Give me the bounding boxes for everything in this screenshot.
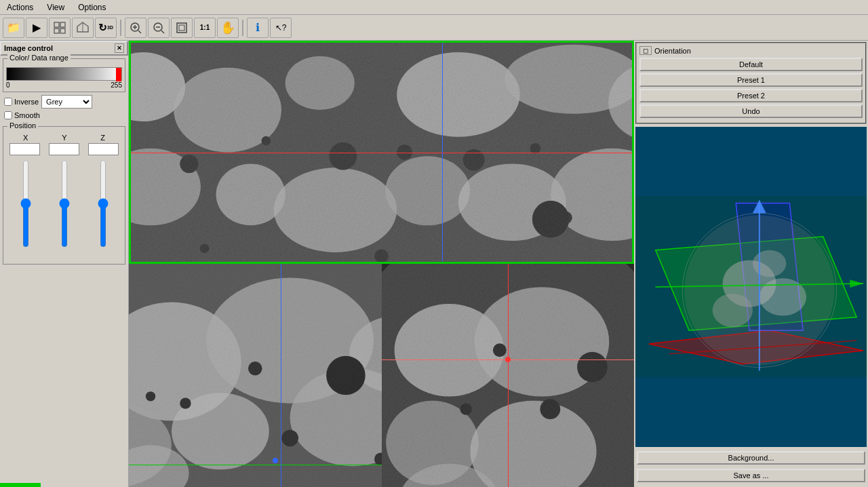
x-label: X	[23, 134, 28, 142]
separator-2	[242, 20, 243, 36]
position-inputs: 1535 1535 1002	[6, 143, 122, 155]
smooth-label[interactable]: Smooth	[4, 111, 40, 119]
orientation-title: Orientation	[654, 47, 691, 55]
orientation-preset2-btn[interactable]: Preset 2	[639, 89, 863, 102]
svg-rect-2	[54, 28, 59, 33]
cursor-help-button[interactable]: ↖?	[270, 18, 292, 38]
svg-rect-41	[129, 41, 634, 264]
viewer-3d[interactable]	[635, 127, 867, 447]
z-slider-container	[96, 159, 110, 261]
fit-button[interactable]	[171, 18, 193, 38]
svg-point-81	[713, 294, 753, 327]
viewer-top[interactable]	[129, 41, 634, 264]
viewer-bottom-left[interactable]	[129, 264, 382, 487]
toolbar: 📁 ▶ ↻3D 1:1 ✋ ℹ ↖?	[0, 15, 868, 41]
svg-rect-1	[60, 22, 65, 27]
viewer-bottom-left-image	[129, 264, 382, 487]
menubar: Actions View Options	[0, 0, 868, 15]
open-folder-button[interactable]: 📁	[3, 18, 24, 38]
smooth-row: Smooth	[4, 111, 124, 119]
info-button[interactable]: ℹ	[247, 18, 269, 38]
x-slider-container	[19, 159, 33, 261]
panel-close-button[interactable]: ✕	[115, 43, 124, 53]
viewer3d-controls: Background... Save as ...	[634, 448, 868, 487]
color-range-labels: 0 255	[6, 81, 122, 89]
color-range-bar[interactable]	[6, 67, 122, 81]
color-range-thumb[interactable]	[116, 68, 121, 81]
position-section: Position X Y Z 1535 1535 1002	[3, 126, 125, 265]
color-range-max: 255	[111, 81, 122, 89]
background-btn[interactable]: Background...	[637, 451, 865, 465]
svg-rect-13	[177, 23, 186, 33]
z-slider[interactable]	[96, 159, 110, 248]
position-labels: X Y Z	[6, 134, 122, 142]
viewer-top-image	[129, 41, 634, 264]
menu-actions[interactable]: Actions	[3, 2, 37, 13]
position-sliders	[6, 159, 122, 261]
color-section: Color/ Data range 0 255	[3, 58, 125, 92]
colormap-select[interactable]: Grey Hot Jet Rainbow	[41, 95, 92, 109]
orientation-undo-btn[interactable]: Undo	[639, 104, 863, 118]
progress-bar	[0, 483, 41, 487]
svg-point-80	[760, 278, 806, 315]
inverse-row: Inverse Grey Hot Jet Rainbow	[4, 95, 124, 109]
x-slider[interactable]	[19, 159, 33, 248]
viewers-area	[129, 41, 634, 487]
y-slider-container	[58, 159, 71, 261]
transform-button[interactable]	[72, 18, 94, 38]
inverse-checkbox[interactable]	[4, 98, 12, 106]
right-panel: ◻ Orientation Default Preset 1 Preset 2 …	[634, 41, 868, 487]
orientation-preset1-btn[interactable]: Preset 1	[639, 73, 863, 87]
panel-title: Image control	[4, 44, 53, 52]
position-section-legend: Position	[7, 121, 38, 130]
save-btn[interactable]: Save as ...	[637, 469, 865, 482]
svg-line-9	[138, 31, 141, 33]
bottom-right-point	[505, 357, 511, 362]
svg-rect-0	[54, 22, 59, 27]
orientation-panel: ◻ Orientation Default Preset 1 Preset 2 …	[635, 42, 867, 124]
svg-line-12	[161, 31, 164, 33]
smooth-checkbox[interactable]	[4, 111, 12, 119]
pan-button[interactable]: ✋	[217, 18, 239, 38]
separator-1	[120, 20, 121, 36]
svg-point-82	[753, 250, 786, 277]
color-section-legend: Color/ Data range	[7, 54, 71, 62]
grid-button[interactable]	[49, 18, 71, 38]
svg-rect-60	[129, 264, 382, 487]
zoom-in-button[interactable]	[125, 18, 146, 38]
menu-options[interactable]: Options	[74, 2, 110, 13]
y-slider[interactable]	[58, 159, 71, 248]
onetoone-button[interactable]: 1:1	[194, 18, 216, 38]
z-input[interactable]: 1002	[88, 143, 119, 155]
y-input[interactable]: 1535	[49, 143, 79, 155]
menu-view[interactable]: View	[43, 2, 68, 13]
color-range-min: 0	[6, 81, 10, 89]
y-label: Y	[62, 134, 66, 142]
svg-rect-72	[382, 264, 635, 487]
zoom-out-button[interactable]	[148, 18, 170, 38]
inverse-label[interactable]: Inverse	[4, 98, 39, 106]
image-control-panel: Image control ✕ Color/ Data range 0 255 …	[0, 41, 129, 487]
svg-rect-14	[179, 25, 184, 31]
play-button[interactable]: ▶	[26, 18, 47, 38]
rotate3d-button[interactable]: ↻3D	[95, 18, 117, 38]
bottom-left-point	[273, 458, 278, 463]
z-label: Z	[100, 134, 105, 142]
orientation-default-btn[interactable]: Default	[639, 58, 863, 71]
main-layout: Image control ✕ Color/ Data range 0 255 …	[0, 41, 868, 487]
viewer-3d-svg	[635, 127, 867, 447]
viewer-bottom-right[interactable]	[382, 264, 635, 487]
x-input[interactable]: 1535	[9, 143, 40, 155]
viewer-bottom-right-image	[382, 264, 635, 487]
svg-rect-3	[60, 28, 65, 33]
